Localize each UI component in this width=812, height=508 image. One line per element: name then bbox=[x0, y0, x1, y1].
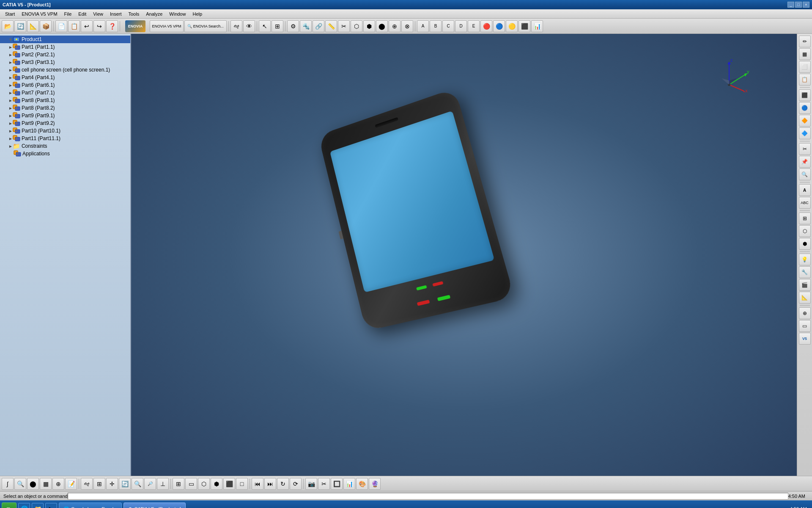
tree-item-6[interactable]: ► Part7 (Part7.1) bbox=[0, 89, 130, 97]
toolbar-btn-a2[interactable]: B bbox=[430, 20, 442, 32]
toolbar-btn-copy[interactable]: 📋 bbox=[68, 20, 80, 32]
bt-btn-zoom-out[interactable]: 🔎 bbox=[144, 478, 156, 490]
toolbar-btn-zoom-fit[interactable]: 📐 bbox=[27, 20, 39, 32]
menu-tools[interactable]: Tools bbox=[125, 11, 143, 17]
toolbar-btn-a10[interactable]: 📊 bbox=[531, 20, 543, 32]
toolbar-btn-cut[interactable]: ✂ bbox=[338, 20, 350, 32]
toolbar-btn-a1[interactable]: A bbox=[417, 20, 429, 32]
toolbar-btn-select[interactable]: ↖ bbox=[259, 20, 271, 32]
toolbar-btn-part[interactable]: 📦 bbox=[40, 20, 52, 32]
rt-btn-pin[interactable]: 📌 bbox=[799, 156, 811, 168]
toolbar-enovia-search[interactable]: 🔍 ENOVIA Search... bbox=[184, 20, 227, 32]
toolbar-btn-measure[interactable]: 📏 bbox=[325, 20, 337, 32]
bt-btn-note[interactable]: 📝 bbox=[65, 478, 77, 490]
tree-item-0[interactable]: ► Part1 (Part1.1) bbox=[0, 43, 130, 51]
rt-btn-cut2[interactable]: ✂ bbox=[799, 143, 811, 155]
rt-btn-square[interactable]: ⬛ bbox=[799, 89, 811, 101]
tree-item-7[interactable]: ► Part8 (Part8.1) bbox=[0, 97, 130, 104]
bt-btn-shade[interactable]: ⬛ bbox=[223, 478, 235, 490]
bt-btn-table[interactable]: ▦ bbox=[40, 478, 52, 490]
tree-item-1[interactable]: ► Part2 (Part2.1) bbox=[0, 51, 130, 58]
menu-file[interactable]: File bbox=[61, 11, 75, 17]
bt-btn-next[interactable]: ⏭ bbox=[264, 478, 276, 490]
tree-item-8[interactable]: ► Part8 (Part8.2) bbox=[0, 104, 130, 112]
window-controls[interactable]: _ □ × bbox=[787, 2, 809, 8]
tree-item-5[interactable]: ► Part6 (Part6.1) bbox=[0, 81, 130, 89]
toolbar-btn-bool4[interactable]: ⊕ bbox=[389, 20, 401, 32]
viewport[interactable]: z y x bbox=[131, 34, 797, 476]
rt-btn-diamond[interactable]: 🔷 bbox=[799, 127, 811, 139]
bt-btn-rotate2[interactable]: 🔄 bbox=[119, 478, 131, 490]
toolbar-btn-bool3[interactable]: ⬤ bbox=[376, 20, 388, 32]
rt-btn-render2[interactable]: 🔧 bbox=[799, 266, 811, 278]
taskbar-ie-icon[interactable]: 🌐 bbox=[18, 503, 30, 508]
rt-btn-axis[interactable]: ⊕ bbox=[799, 307, 811, 319]
rt-btn-text[interactable]: A bbox=[799, 184, 811, 196]
tree-item-12[interactable]: ► Part11 (Part11.1) bbox=[0, 135, 130, 142]
minimize-button[interactable]: _ bbox=[787, 2, 794, 8]
toolbar-btn-a6[interactable]: 🔴 bbox=[480, 20, 492, 32]
tree-item-3[interactable]: ► cell phone screen (cell phone screen.1… bbox=[0, 66, 130, 74]
bt-btn-iso[interactable]: ⬡ bbox=[198, 478, 210, 490]
bt-btn-wire[interactable]: ⬢ bbox=[211, 478, 222, 490]
rt-btn-light[interactable]: 💡 bbox=[799, 254, 811, 265]
bt-btn-magic[interactable]: 🔮 bbox=[369, 478, 381, 490]
bt-btn-fly[interactable]: 🛩 bbox=[81, 478, 93, 490]
bt-btn-sweep[interactable]: 🔲 bbox=[331, 478, 343, 490]
start-button[interactable]: ⊞ bbox=[2, 502, 16, 508]
rt-btn-zoom[interactable]: 🔍 bbox=[799, 168, 811, 180]
toolbar-btn-a9[interactable]: ⬛ bbox=[518, 20, 530, 32]
tree-item-14[interactable]: Applications bbox=[0, 150, 130, 157]
toolbar-btn-help[interactable]: ❓ bbox=[106, 20, 118, 32]
command-input[interactable] bbox=[68, 493, 788, 500]
menu-view[interactable]: View bbox=[90, 11, 107, 17]
toolbar-btn-constraint[interactable]: 🔗 bbox=[313, 20, 324, 32]
taskbar-media-icon[interactable]: ▶ bbox=[45, 503, 57, 508]
tree-item-product1[interactable]: ▼ Product1 bbox=[0, 36, 130, 43]
bt-btn-update[interactable]: ↻ bbox=[277, 478, 289, 490]
tree-item-10[interactable]: ► Part9 (Part9.2) bbox=[0, 119, 130, 127]
rt-btn-view2[interactable]: ⬡ bbox=[799, 225, 811, 237]
tree-item-9[interactable]: ► Part9 (Part9.1) bbox=[0, 112, 130, 119]
rt-btn-triangle[interactable]: 🔶 bbox=[799, 115, 811, 127]
bt-btn-prev[interactable]: ⏮ bbox=[252, 478, 263, 490]
bt-btn-edge[interactable]: □ bbox=[236, 478, 248, 490]
toolbar-btn-a7[interactable]: 🔵 bbox=[493, 20, 505, 32]
bt-btn-normal[interactable]: ⊥ bbox=[157, 478, 169, 490]
rt-btn-scene[interactable]: 🎬 bbox=[799, 279, 811, 291]
rt-btn-view3[interactable]: ⬢ bbox=[799, 238, 811, 250]
bt-btn-formula[interactable]: ∫ bbox=[2, 478, 14, 490]
taskbar-folder-icon[interactable]: 📁 bbox=[32, 503, 44, 508]
menu-start[interactable]: Start bbox=[2, 11, 18, 17]
tree-item-13[interactable]: ►📁Constraints bbox=[0, 142, 130, 150]
toolbar-btn-rotate[interactable]: 🔄 bbox=[14, 20, 26, 32]
bt-btn-section[interactable]: ✂ bbox=[318, 478, 330, 490]
bt-btn-search[interactable]: 🔍 bbox=[14, 478, 26, 490]
menu-insert[interactable]: Insert bbox=[107, 11, 125, 17]
rt-btn-abc[interactable]: ABC bbox=[799, 197, 811, 209]
menu-window[interactable]: Window bbox=[166, 11, 189, 17]
rt-btn-copy2[interactable]: 📋 bbox=[799, 74, 811, 86]
toolbar-btn-open[interactable]: 📂 bbox=[2, 20, 14, 32]
bt-btn-multiwin[interactable]: ⊞ bbox=[173, 478, 184, 490]
menu-help[interactable]: Help bbox=[189, 11, 206, 17]
menu-edit[interactable]: Edit bbox=[75, 11, 90, 17]
toolbar-btn-a4[interactable]: D bbox=[455, 20, 467, 32]
toolbar-btn-fly[interactable]: 🛩 bbox=[230, 20, 242, 32]
toolbar-btn-redo[interactable]: ↪ bbox=[93, 20, 105, 32]
toolbar-btn-a8[interactable]: 🟡 bbox=[506, 20, 518, 32]
rt-btn-mesh[interactable]: 📐 bbox=[799, 292, 811, 304]
tree-item-11[interactable]: ► Part10 (Part10.1) bbox=[0, 127, 130, 135]
bt-btn-annotate[interactable]: ⊕ bbox=[52, 478, 64, 490]
tree-item-4[interactable]: ► Part4 (Part4.1) bbox=[0, 74, 130, 81]
bt-btn-camera[interactable]: 📷 bbox=[305, 478, 317, 490]
menu-analyze[interactable]: Analyze bbox=[143, 11, 166, 17]
close-button[interactable]: × bbox=[803, 2, 809, 8]
rt-btn-catia[interactable]: V5 bbox=[799, 333, 811, 345]
bt-btn-color[interactable]: 🎨 bbox=[356, 478, 368, 490]
toolbar-btn-new[interactable]: 📄 bbox=[55, 20, 67, 32]
toolbar-btn-bool2[interactable]: ⬢ bbox=[363, 20, 375, 32]
rt-btn-circle[interactable]: 🔵 bbox=[799, 102, 811, 114]
rt-btn-plane[interactable]: ▭ bbox=[799, 320, 811, 332]
toolbar-btn-select2[interactable]: ⊞ bbox=[272, 20, 283, 32]
